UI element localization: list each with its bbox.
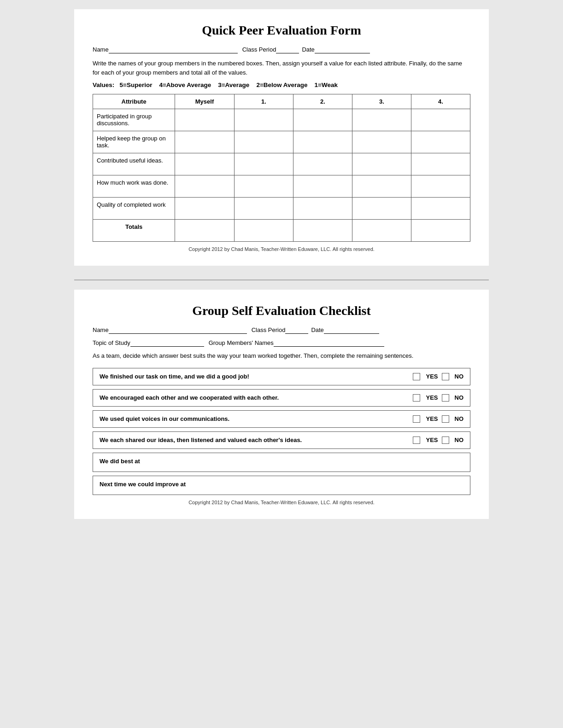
yes-label-2: YES	[426, 394, 438, 401]
attr-quality: Quality of completed work	[93, 198, 175, 220]
attr-contributed: Contributed useful ideas.	[93, 153, 175, 175]
val-5: 1=Weak	[315, 82, 338, 88]
totals-row: Totals	[93, 220, 470, 242]
no-label-3: NO	[455, 415, 464, 422]
cell-howmuch-4[interactable]	[411, 175, 470, 198]
topic-line: Topic of Study Group Members' Names	[93, 339, 470, 347]
date-label: Date	[302, 46, 314, 53]
table-row: Contributed useful ideas.	[93, 153, 470, 175]
cell-helped-4[interactable]	[411, 131, 470, 153]
cell-participated-3[interactable]	[352, 109, 411, 131]
val-4: 2=Below Average	[256, 82, 307, 88]
cell-helped-3[interactable]	[352, 131, 411, 153]
checklist-item-3: We used quiet voices in our communicatio…	[93, 410, 470, 428]
group-members-underline[interactable]	[274, 339, 384, 347]
no-label-2: NO	[455, 394, 464, 401]
form2-class-period-label: Class Period	[252, 326, 286, 333]
form2-class-period-underline[interactable]	[285, 326, 308, 334]
cell-howmuch-2[interactable]	[293, 175, 352, 198]
checklist-text-4: We each shared our ideas, then listened …	[100, 437, 302, 443]
cell-howmuch-3[interactable]	[352, 175, 411, 198]
cell-contributed-2[interactable]	[293, 153, 352, 175]
cell-participated-1[interactable]	[234, 109, 293, 131]
cell-participated-4[interactable]	[411, 109, 470, 131]
class-period-label: Class Period	[242, 46, 276, 53]
table-row: Helped keep the group on task.	[93, 131, 470, 153]
cell-participated-myself[interactable]	[175, 109, 235, 131]
open-item-improve: Next time we could improve at	[93, 476, 470, 495]
cell-quality-4[interactable]	[411, 198, 470, 220]
checklist-item-4: We each shared our ideas, then listened …	[93, 431, 470, 449]
col-2: 2.	[293, 94, 352, 109]
checklist-item-1: We finished our task on time, and we did…	[93, 368, 470, 385]
cell-howmuch-myself[interactable]	[175, 175, 235, 198]
cell-howmuch-1[interactable]	[234, 175, 293, 198]
date-underline[interactable]	[315, 46, 370, 53]
cell-totals-1[interactable]	[234, 220, 293, 242]
cell-helped-2[interactable]	[293, 131, 352, 153]
form1-name-line: Name Class Period Date	[93, 46, 470, 53]
values-line: Values: 5=Superior 4=Above Average 3=Ave…	[93, 82, 470, 88]
name-underline[interactable]	[109, 46, 238, 53]
form2-instructions: As a team, decide which answer best suit…	[93, 351, 470, 361]
cell-quality-myself[interactable]	[175, 198, 235, 220]
val-3: 3=Average	[218, 82, 249, 88]
open-item-best-label: We did best at	[100, 458, 140, 465]
yes-no-4: YES NO	[413, 437, 463, 444]
cell-helped-1[interactable]	[234, 131, 293, 153]
no-checkbox-3[interactable]	[442, 415, 449, 423]
yes-no-3: YES NO	[413, 415, 463, 423]
no-checkbox-1[interactable]	[442, 373, 449, 380]
cell-helped-myself[interactable]	[175, 131, 235, 153]
group-members-label: Group Members' Names	[209, 339, 274, 346]
peer-evaluation-form: Quick Peer Evaluation Form Name Class Pe…	[74, 9, 489, 266]
val-2: 4=Above Average	[159, 82, 211, 88]
cell-quality-2[interactable]	[293, 198, 352, 220]
checklist-text-1: We finished our task on time, and we did…	[100, 373, 249, 380]
table-row: Participated in group discussions.	[93, 109, 470, 131]
section-divider	[74, 280, 489, 280]
form2-title: Group Self Evaluation Checklist	[93, 303, 470, 318]
val-1: 5=Superior	[120, 82, 152, 88]
cell-contributed-3[interactable]	[352, 153, 411, 175]
evaluation-table: Attribute Myself 1. 2. 3. 4. Participate…	[93, 94, 470, 242]
attr-how-much: How much work was done.	[93, 175, 175, 198]
yes-checkbox-3[interactable]	[413, 415, 420, 423]
cell-quality-1[interactable]	[234, 198, 293, 220]
cell-quality-3[interactable]	[352, 198, 411, 220]
cell-contributed-4[interactable]	[411, 153, 470, 175]
yes-no-1: YES NO	[413, 373, 463, 380]
topic-underline[interactable]	[130, 339, 204, 347]
values-label: Values:	[93, 82, 114, 88]
open-item-improve-label: Next time we could improve at	[100, 481, 186, 488]
form2-date-underline[interactable]	[324, 326, 379, 334]
cell-totals-3[interactable]	[352, 220, 411, 242]
yes-label-1: YES	[426, 373, 438, 380]
no-checkbox-2[interactable]	[442, 394, 449, 402]
yes-label-4: YES	[426, 437, 438, 443]
cell-participated-2[interactable]	[293, 109, 352, 131]
table-row: How much work was done.	[93, 175, 470, 198]
cell-totals-2[interactable]	[293, 220, 352, 242]
yes-checkbox-2[interactable]	[413, 394, 420, 402]
col-attribute: Attribute	[93, 94, 175, 109]
col-3: 3.	[352, 94, 411, 109]
attr-participated: Participated in group discussions.	[93, 109, 175, 131]
open-item-best: We did best at	[93, 453, 470, 472]
cell-contributed-1[interactable]	[234, 153, 293, 175]
table-header-row: Attribute Myself 1. 2. 3. 4.	[93, 94, 470, 109]
checklist-text-3: We used quiet voices in our communicatio…	[100, 415, 229, 422]
cell-totals-4[interactable]	[411, 220, 470, 242]
cell-totals-myself[interactable]	[175, 220, 235, 242]
no-checkbox-4[interactable]	[442, 437, 449, 444]
no-label-4: NO	[455, 437, 464, 443]
yes-label-3: YES	[426, 415, 438, 422]
class-period-underline[interactable]	[276, 46, 299, 53]
group-self-eval-form: Group Self Evaluation Checklist Name Cla…	[74, 290, 489, 519]
form2-date-label: Date	[311, 326, 323, 333]
form2-copyright: Copyright 2012 by Chad Manis, Teacher-Wr…	[93, 500, 470, 505]
cell-contributed-myself[interactable]	[175, 153, 235, 175]
yes-checkbox-1[interactable]	[413, 373, 420, 380]
yes-checkbox-4[interactable]	[413, 437, 420, 444]
form2-name-underline[interactable]	[109, 326, 247, 334]
